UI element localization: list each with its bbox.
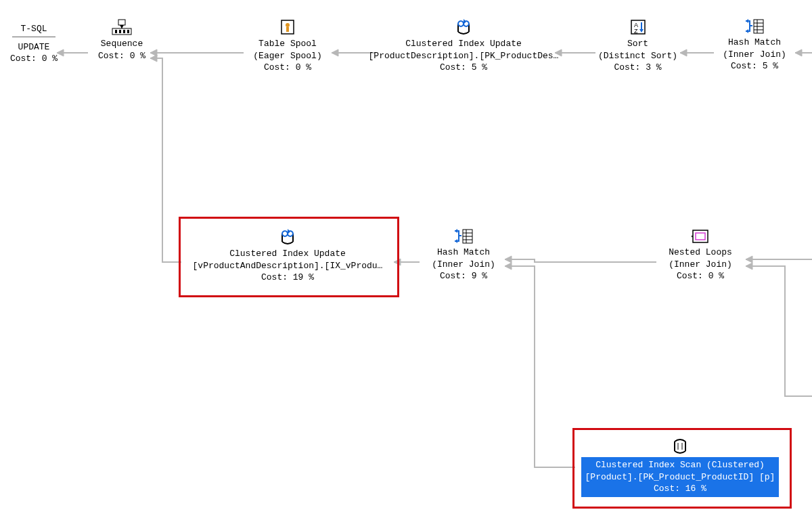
svg-rect-29 [286, 27, 289, 32]
svg-marker-42 [746, 29, 748, 33]
node-sequence[interactable]: Sequence Cost: 0 % [88, 19, 156, 62]
svg-marker-49 [455, 229, 457, 233]
label: Clustered Index Scan (Clustered) [585, 459, 775, 471]
selection-highlight: Clustered Index Scan (Clustered) [Produc… [581, 457, 780, 497]
label: Clustered Index Update [365, 38, 562, 50]
spool-icon [279, 19, 296, 35]
cost: Cost: 0 % [653, 270, 748, 282]
svg-rect-20 [115, 30, 117, 33]
sub: (Distinct Sort) [595, 50, 680, 62]
label: Sort [595, 38, 680, 50]
svg-rect-24 [118, 20, 125, 25]
sequence-icon [112, 19, 132, 35]
nested-loops-icon [692, 229, 709, 244]
svg-text:Z: Z [634, 28, 638, 35]
hash-match-icon [744, 19, 765, 34]
tsql-header: T-SQL [12, 23, 55, 37]
svg-rect-21 [119, 30, 121, 33]
sub: (Inner Join) [416, 259, 511, 271]
label: Hash Match [710, 37, 798, 49]
label: UPDATE [7, 41, 61, 53]
sub: (Eager Spool) [240, 50, 335, 62]
svg-rect-52 [696, 233, 705, 240]
svg-marker-50 [455, 239, 457, 243]
cost: Cost: 19 % [183, 272, 392, 284]
cost: Cost: 0 % [7, 53, 61, 65]
node-sort[interactable]: A Z Sort (Distinct Sort) Cost: 3 % [595, 19, 680, 74]
svg-marker-41 [746, 19, 748, 23]
index-update-icon [278, 229, 297, 245]
sub: [ProductDescription].[PK_ProductDes… [365, 50, 562, 62]
svg-marker-35 [639, 29, 644, 33]
node-clustered-index-update-2[interactable]: Clustered Index Update [vProductAndDescr… [183, 229, 392, 284]
cost: Cost: 5 % [365, 62, 562, 74]
sub: (Inner Join) [710, 49, 798, 61]
node-table-spool[interactable]: Table Spool (Eager Spool) Cost: 0 % [240, 19, 335, 74]
sub: [Product].[PK_Product_ProductID] [p] [585, 471, 775, 484]
label: Nested Loops [653, 247, 748, 259]
sub: (Inner Join) [653, 259, 748, 271]
node-update[interactable]: T-SQL UPDATE Cost: 0 % [7, 23, 61, 65]
cost: Cost: 16 % [585, 483, 775, 495]
cost: Cost: 0 % [240, 62, 335, 74]
label: Hash Match [416, 247, 511, 259]
node-clustered-index-scan[interactable]: Clustered Index Scan (Clustered) [Produc… [575, 438, 785, 497]
index-update-icon [454, 19, 473, 35]
label: Clustered Index Update [183, 248, 392, 260]
node-clustered-index-update-1[interactable]: Clustered Index Update [ProductDescripti… [365, 19, 562, 74]
sub: [vProductAndDescription].[IX_vProdu… [183, 260, 392, 272]
cost: Cost: 3 % [595, 62, 680, 74]
cost: Cost: 5 % [710, 60, 798, 72]
node-hash-match-1[interactable]: Hash Match (Inner Join) Cost: 5 % [710, 19, 798, 72]
svg-marker-8 [680, 49, 687, 56]
cost: Cost: 0 % [88, 50, 156, 62]
svg-marker-13 [394, 259, 401, 265]
node-nested-loops[interactable]: Nested Loops (Inner Join) Cost: 0 % [653, 229, 748, 282]
svg-rect-23 [127, 30, 129, 33]
svg-marker-26 [120, 25, 124, 28]
sort-icon: A Z [630, 19, 646, 35]
index-scan-icon [671, 438, 690, 454]
svg-rect-22 [123, 30, 125, 33]
label: Table Spool [240, 38, 335, 50]
label: Sequence [88, 38, 156, 50]
hash-match-icon [453, 229, 474, 244]
cost: Cost: 9 % [416, 270, 511, 282]
node-hash-match-2[interactable]: Hash Match (Inner Join) Cost: 9 % [416, 229, 511, 282]
svg-point-28 [286, 23, 290, 27]
